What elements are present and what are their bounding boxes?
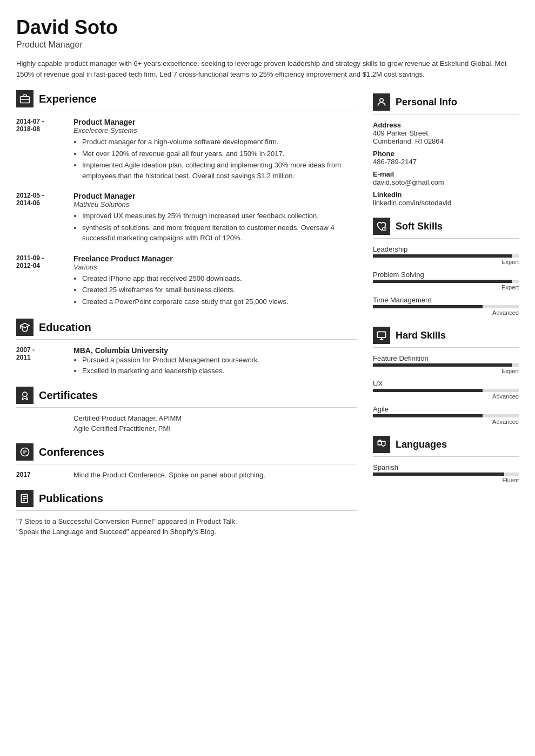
soft-skill-problem-solving-name: Problem Solving — [373, 271, 519, 279]
pi-address-value: 409 Parker StreetCumberland, RI 02864 — [373, 129, 519, 145]
soft-skill-time-management-level: Advanced — [373, 309, 519, 316]
pi-linkedin-label: LinkedIn — [373, 191, 519, 199]
hard-skill-agile: Agile Advanced — [373, 405, 519, 425]
soft-skills-title: Soft Skills — [396, 221, 443, 232]
exp2-bullet-1: Improved UX measures by 25% through incr… — [82, 211, 357, 221]
hard-skill-feature-def-bar — [373, 363, 519, 367]
pi-address: Address 409 Parker StreetCumberland, RI … — [373, 121, 519, 145]
hard-skill-feature-def-fill — [373, 363, 512, 367]
two-col-layout: Experience 2014-07 - 2018-08 Product Man… — [16, 90, 519, 546]
publications-icon — [16, 490, 34, 507]
exp3-date-end: 2012-04 — [16, 262, 65, 269]
candidate-name: David Soto — [16, 16, 519, 39]
soft-skill-leadership-level: Expert — [373, 259, 519, 265]
education-icon — [16, 319, 34, 336]
summary-text: Highly capable product manager with 6+ y… — [16, 58, 519, 79]
language-spanish-fill — [373, 473, 504, 476]
exp2-date-end: 2014-06 — [16, 199, 65, 207]
pi-phone-label: Phone — [373, 150, 519, 158]
exp2-company: Mathieu Solutions — [73, 200, 357, 208]
pi-email-value: david.soto@gmail.com — [373, 178, 519, 186]
experience-section: Experience 2014-07 - 2018-08 Product Man… — [16, 90, 357, 308]
pi-email-label: E-mail — [373, 170, 519, 178]
conf1-year: 2017 — [16, 471, 65, 479]
pi-phone: Phone 486-789-2147 — [373, 150, 519, 166]
soft-skill-leadership-fill — [373, 254, 512, 258]
hard-skills-title: Hard Skills — [396, 330, 446, 341]
language-spanish: Spanish Fluent — [373, 463, 519, 483]
exp1-date-end: 2018-08 — [16, 125, 65, 133]
education-title: Education — [39, 321, 91, 334]
soft-skill-problem-solving: Problem Solving Expert — [373, 271, 519, 291]
soft-skill-time-management: Time Management Advanced — [373, 296, 519, 316]
exp3-bullet-2: Created 25 wireframes for small business… — [82, 285, 289, 295]
left-column: Experience 2014-07 - 2018-08 Product Man… — [16, 90, 357, 546]
right-column: Personal Info Address 409 Parker StreetC… — [373, 90, 519, 546]
edu1-date-end: 2011 — [16, 354, 65, 361]
pi-linkedin-value: linkedin.com/in/sotodavid — [373, 199, 519, 207]
language-spanish-level: Fluent — [373, 477, 519, 483]
soft-skill-time-management-name: Time Management — [373, 296, 519, 304]
certificates-title: Certificates — [39, 389, 98, 402]
svg-point-3 — [21, 448, 29, 456]
soft-skill-time-management-bar — [373, 305, 519, 308]
exp1-title: Product Manager — [73, 118, 357, 126]
svg-rect-10 — [378, 332, 386, 338]
soft-skill-leadership-bar — [373, 254, 519, 258]
soft-skill-problem-solving-fill — [373, 280, 512, 283]
soft-skills-header: Soft Skills — [373, 218, 519, 239]
pi-address-label: Address — [373, 121, 519, 129]
soft-skill-problem-solving-level: Expert — [373, 284, 519, 291]
exp3-bullet-1: Created iPhone app that received 2500 do… — [82, 273, 289, 284]
soft-skills-icon — [373, 218, 390, 235]
exp2-date-start: 2012-05 - — [16, 192, 65, 199]
hard-skill-ux-bar — [373, 389, 519, 392]
resume-page: David Soto Product Manager Highly capabl… — [0, 0, 535, 563]
exp1-bullet-3: Implemented Agile ideation plan, collect… — [82, 160, 357, 181]
exp-entry-3: 2011-09 - 2012-04 Freelance Product Mana… — [16, 254, 357, 308]
languages-header: Languages — [373, 436, 519, 457]
hard-skills-icon — [373, 327, 390, 344]
exp1-date-start: 2014-07 - — [16, 118, 65, 125]
publications-title: Publications — [39, 492, 103, 505]
certificates-header: Certificates — [16, 387, 357, 408]
hard-skill-ux-level: Advanced — [373, 393, 519, 400]
exp1-company: Excelecore Systems — [73, 126, 357, 134]
exp2-bullets: Improved UX measures by 25% through incr… — [73, 211, 357, 244]
soft-skill-leadership: Leadership Expert — [373, 245, 519, 265]
languages-icon — [373, 436, 390, 453]
experience-title: Experience — [39, 93, 97, 105]
conferences-header: Conferences — [16, 443, 357, 464]
hard-skills-section: Hard Skills Feature Definition Expert UX… — [373, 327, 519, 425]
edu-entry-1: 2007 - 2011 MBA, Columbia University Pur… — [16, 346, 357, 376]
exp1-bullets: Product manager for a high-volume softwa… — [73, 137, 357, 181]
cert-item-1: Certified Product Manager, APIMM — [16, 414, 357, 422]
edu1-degree: MBA, Columbia University — [73, 346, 259, 355]
svg-point-8 — [380, 98, 384, 102]
edu1-bullet-2: Excelled in marketing and leadership cla… — [82, 366, 259, 376]
exp3-bullet-3: Created a PowerPoint corporate case stud… — [82, 296, 289, 307]
soft-skill-leadership-name: Leadership — [373, 245, 519, 253]
soft-skills-section: Soft Skills Leadership Expert Problem So… — [373, 218, 519, 316]
exp2-bullet-2: synthesis of solutions, and more frequen… — [82, 222, 357, 244]
hard-skill-agile-name: Agile — [373, 405, 519, 413]
pi-phone-value: 486-789-2147 — [373, 158, 519, 166]
hard-skill-feature-def-name: Feature Definition — [373, 354, 519, 362]
pi-linkedin: LinkedIn linkedin.com/in/sotodavid — [373, 191, 519, 207]
hard-skill-feature-def-level: Expert — [373, 368, 519, 374]
publications-header: Publications — [16, 490, 357, 511]
hard-skills-header: Hard Skills — [373, 327, 519, 348]
hard-skill-ux-name: UX — [373, 380, 519, 388]
candidate-title: Product Manager — [16, 40, 519, 50]
personal-info-header: Personal Info — [373, 93, 519, 114]
hard-skill-agile-bar — [373, 414, 519, 417]
pub-item-1: "7 Steps to a Successful Conversion Funn… — [16, 517, 357, 525]
languages-title: Languages — [396, 439, 447, 450]
experience-icon — [16, 90, 34, 107]
exp-entry-2: 2012-05 - 2014-06 Product Manager Mathie… — [16, 192, 357, 245]
exp-entry-1: 2014-07 - 2018-08 Product Manager Excele… — [16, 118, 357, 182]
education-header: Education — [16, 319, 357, 340]
hard-skill-agile-level: Advanced — [373, 418, 519, 425]
experience-header: Experience — [16, 90, 357, 111]
edu1-bullets: Pursued a passion for Product Management… — [73, 355, 259, 376]
